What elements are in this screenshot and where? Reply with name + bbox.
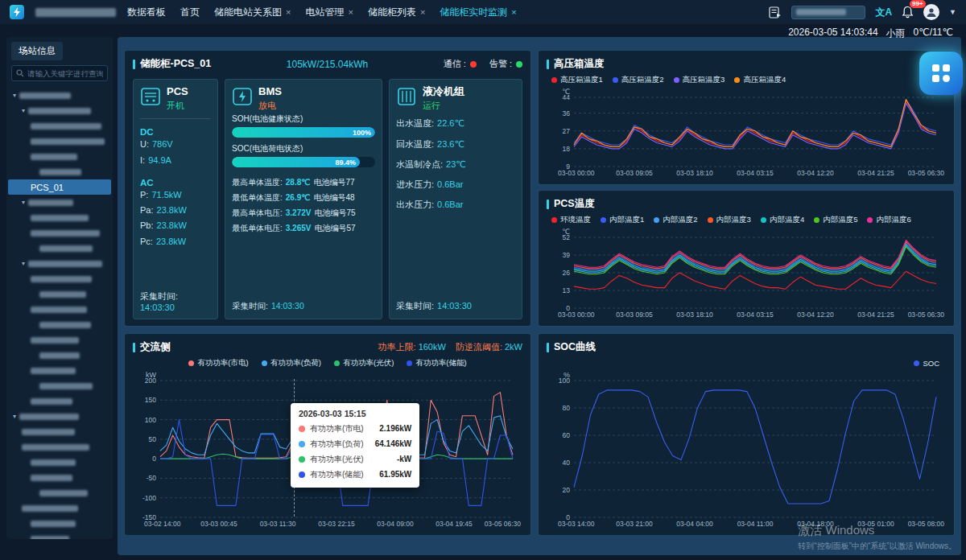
legend-item[interactable]: 高压箱温度4 [734,75,786,85]
tab-close-icon[interactable]: × [286,7,291,17]
legend-item[interactable]: SOC [914,359,939,368]
legend-item[interactable]: 内部温度6 [867,215,910,225]
tree-item[interactable] [8,439,111,455]
tree-item[interactable] [8,516,111,531]
tree-item[interactable]: ▾ [8,409,111,424]
tree-item[interactable]: PCS_01 [8,179,111,195]
tree-item[interactable]: ▾ [8,103,111,118]
nav-tab[interactable]: 电站管理× [305,6,353,19]
cabinet-title: 储能柜-PCS_01 [140,57,211,71]
soh-value: 100% [353,129,371,137]
legend-item[interactable]: 内部温度4 [761,215,804,225]
tree-item[interactable] [8,149,111,164]
tree-item[interactable] [8,363,111,378]
message-icon[interactable] [769,6,782,19]
user-menu-caret-icon[interactable]: ▼ [949,8,956,16]
kv-row: 进水压力:0.6Bar [396,175,515,195]
tab-station-info[interactable]: 场站信息 [11,42,63,60]
tree-item[interactable] [8,317,111,332]
search-input[interactable] [27,69,103,78]
tree-item[interactable] [8,378,111,393]
bms-card-title: BMS [258,86,282,97]
legend-item[interactable]: 有功功率(市电) [188,358,248,369]
tree-item[interactable] [8,286,111,302]
caret-down-icon[interactable]: ▾ [22,199,25,206]
tab-close-icon[interactable]: × [348,7,353,17]
tree-item-redacted [28,108,91,114]
comm-status-dot [470,61,477,68]
pcs-card: PCS 开机 DC U:786VI:94.9A AC P:71.5kWPa:23… [133,79,218,319]
tree-item[interactable] [8,118,111,134]
legend-item[interactable]: 环境温度 [551,215,591,225]
svg-text:03-03 00:45: 03-03 00:45 [200,520,237,528]
legend-item[interactable]: 有功功率(负荷) [262,358,321,369]
tree-item[interactable] [8,393,111,409]
tree-item[interactable] [8,302,111,317]
tab-close-icon[interactable]: × [420,7,425,17]
notification-bell-icon[interactable]: 99+ [902,6,914,19]
tree-item[interactable] [8,164,111,179]
svg-text:03-05 06:30: 03-05 06:30 [908,169,945,177]
tree-item[interactable]: ▾ [8,195,111,210]
sidebar-search[interactable] [11,65,108,81]
pcs-card-title: PCS [167,86,188,97]
tree-item[interactable] [8,424,111,439]
hv-temp-chart[interactable]: 918273644℃03-03 00:0003-03 09:0503-03 18… [547,86,946,178]
kv-row: 水温制冷点:23℃ [396,154,515,175]
kv-row: 最高单体电压:3.272V电池编号75 [232,205,375,220]
caret-down-icon[interactable]: ▾ [22,260,25,267]
app-logo-icon [10,5,24,19]
tree-item[interactable] [8,271,111,286]
pcs-temp-chart[interactable]: 013263952℃03-03 00:0003-03 09:0503-03 18… [547,226,946,319]
tree-item-redacted [31,521,76,527]
dashboard-switch-button[interactable] [919,51,963,95]
caret-down-icon[interactable]: ▾ [22,107,25,114]
tree-item-label: PCS_01 [31,183,64,192]
legend-item[interactable]: 内部温度3 [708,215,751,225]
legend-item[interactable]: 内部温度5 [814,215,857,225]
tree-item[interactable] [8,134,111,149]
tree-item[interactable] [8,225,111,241]
legend-item[interactable]: 高压箱温度2 [613,75,664,85]
legend-item[interactable]: 高压箱温度3 [674,75,725,85]
tree-item-redacted [31,215,89,221]
tree-item[interactable] [8,485,111,500]
tree-item[interactable] [8,470,111,485]
nav-item[interactable]: 首页 [180,6,200,19]
topbar-search-input[interactable] [791,6,865,19]
svg-text:03-04 09:00: 03-04 09:00 [377,520,414,528]
soc-chart[interactable]: 020406080100%03-03 14:0003-03 21:0003-04… [547,369,946,529]
caret-down-icon[interactable]: ▾ [13,413,16,420]
nav-tab[interactable]: 储能柜实时监测× [440,6,516,19]
tree-item[interactable] [8,241,111,256]
tree-item[interactable] [8,210,111,225]
legend-item[interactable]: 内部温度1 [601,215,644,225]
caret-down-icon[interactable]: ▾ [13,92,16,99]
translate-icon[interactable]: 文A [875,6,892,19]
tree-item[interactable]: ▾ [8,88,111,103]
station-tree: ▾▾PCS_01▾▾▾ [6,84,113,539]
tree-item[interactable] [8,455,111,470]
nav-tab[interactable]: 储能柜列表× [368,6,425,19]
svg-text:26: 26 [563,269,571,277]
svg-text:03-03 14:00: 03-03 14:00 [558,520,595,528]
tree-item[interactable] [8,332,111,348]
legend-item[interactable]: 有功功率(储能) [407,358,466,369]
user-avatar[interactable] [923,4,939,20]
tree-item-redacted [31,154,77,160]
nav-item[interactable]: 数据看板 [127,6,166,19]
kv-row: Pa:23.8kW [140,203,211,218]
tab-close-icon[interactable]: × [511,7,516,17]
nav-tab[interactable]: 储能电站关系图× [214,6,291,19]
tree-item[interactable]: ▾ [8,256,111,271]
tree-item[interactable] [8,348,111,363]
tree-item[interactable] [8,500,111,516]
legend-item[interactable]: 高压箱温度1 [551,75,603,85]
svg-text:03-04 19:45: 03-04 19:45 [436,520,473,528]
soh-label: SOH(电池健康状态) [232,113,375,125]
hv-temp-title: 高压箱温度 [554,57,605,71]
legend-item[interactable]: 内部温度2 [654,215,697,225]
tree-item-redacted [31,230,100,237]
legend-item[interactable]: 有功功率(光伏) [334,358,394,369]
tree-item[interactable] [8,531,111,539]
